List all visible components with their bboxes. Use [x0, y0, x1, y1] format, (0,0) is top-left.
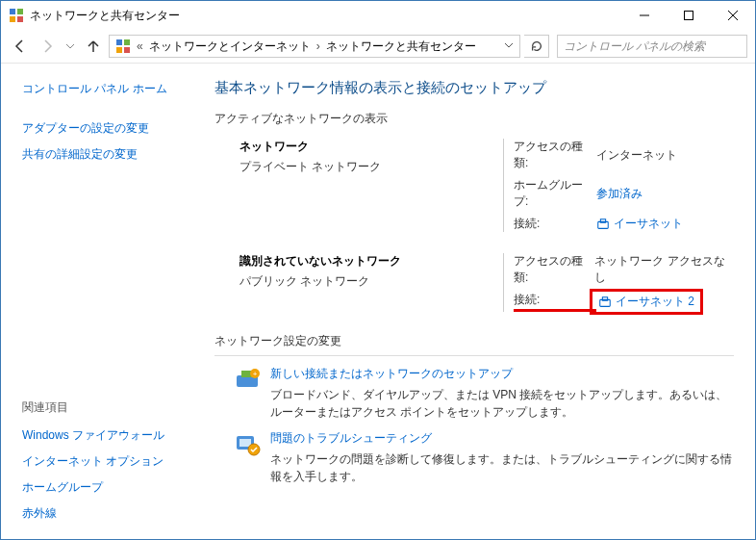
svg-rect-9: [124, 39, 130, 45]
net2-type: パブリック ネットワーク: [239, 273, 503, 290]
window-buttons: [622, 1, 755, 30]
net1-connection-label: 接続:: [514, 216, 596, 232]
svg-text:+: +: [253, 370, 258, 378]
net1-homegroup-label: ホームグループ:: [514, 177, 596, 210]
close-button[interactable]: [711, 1, 755, 29]
crumb-network-sharing[interactable]: ネットワークと共有センター: [322, 36, 480, 57]
svg-rect-15: [602, 296, 607, 300]
svg-rect-0: [10, 9, 15, 14]
back-button[interactable]: [9, 35, 32, 58]
network-block-2: 識別されていないネットワーク パブリック ネットワーク アクセスの種類: ネット…: [239, 253, 734, 312]
net1-access-label: アクセスの種類:: [514, 139, 596, 171]
window-title: ネットワークと共有センター: [30, 8, 622, 24]
chevron-right-icon: ›: [315, 39, 322, 53]
svg-rect-1: [17, 9, 23, 14]
related-firewall[interactable]: Windows ファイアウォール: [22, 427, 193, 444]
net1-connection-name: イーサネット: [614, 216, 683, 232]
sidebar: コントロール パネル ホーム アダプターの設定の変更 共有の詳細設定の変更 関連…: [1, 64, 193, 539]
minimize-button[interactable]: [622, 1, 667, 29]
page-title: 基本ネットワーク情報の表示と接続のセットアップ: [214, 79, 734, 97]
active-networks-heading: アクティブなネットワークの表示: [214, 111, 734, 127]
new-connection-desc: ブロードバンド、ダイヤルアップ、または VPN 接続をセットアップします。あるい…: [270, 386, 734, 421]
ethernet-icon: [596, 218, 610, 231]
network-block-1: ネットワーク プライベート ネットワーク アクセスの種類: インターネット ホー…: [239, 139, 734, 232]
svg-rect-2: [10, 16, 15, 22]
net2-name: 識別されていないネットワーク: [239, 253, 503, 270]
net1-access-value: インターネット: [596, 147, 677, 164]
troubleshoot-desc: ネットワークの問題を診断して修復します。または、トラブルシューティングに関する情…: [270, 450, 734, 485]
crumb-network-internet[interactable]: ネットワークとインターネット: [145, 36, 315, 57]
svg-rect-8: [116, 39, 122, 45]
net2-connection-label: 接続:: [514, 292, 596, 312]
up-button[interactable]: [82, 35, 105, 58]
new-connection-link[interactable]: 新しい接続またはネットワークのセットアップ: [270, 366, 734, 382]
app-icon: [9, 8, 24, 23]
title-bar: ネットワークと共有センター: [1, 1, 755, 30]
sidebar-sharing-settings[interactable]: 共有の詳細設定の変更: [22, 146, 193, 163]
troubleshoot-link[interactable]: 問題のトラブルシューティング: [270, 430, 734, 447]
troubleshoot-icon: [234, 430, 261, 457]
net1-type: プライベート ネットワーク: [239, 159, 503, 175]
recent-dropdown[interactable]: [63, 35, 78, 58]
net1-connection-link[interactable]: イーサネット: [596, 216, 683, 232]
related-infrared[interactable]: 赤外線: [22, 505, 193, 522]
forward-button[interactable]: [36, 35, 59, 58]
net1-name: ネットワーク: [239, 139, 503, 155]
content-pane: 基本ネットワーク情報の表示と接続のセットアップ アクティブなネットワークの表示 …: [193, 64, 755, 539]
breadcrumb[interactable]: « ネットワークとインターネット › ネットワークと共有センター: [109, 35, 520, 58]
refresh-button[interactable]: [524, 35, 549, 58]
net2-connection-name: イーサネット 2: [616, 294, 694, 310]
sidebar-adapter-settings[interactable]: アダプターの設定の変更: [22, 120, 193, 137]
svg-rect-11: [124, 47, 130, 53]
svg-rect-13: [600, 219, 605, 222]
option-new-connection: + 新しい接続またはネットワークのセットアップ ブロードバンド、ダイヤルアップ、…: [234, 366, 734, 421]
crumb-overflow[interactable]: «: [135, 39, 145, 53]
maximize-button[interactable]: [667, 1, 711, 29]
option-troubleshoot: 問題のトラブルシューティング ネットワークの問題を診断して修復します。または、ト…: [234, 430, 734, 485]
net2-access-label: アクセスの種類:: [514, 253, 594, 286]
net2-access-value: ネットワーク アクセスなし: [594, 253, 734, 286]
net2-connection-link[interactable]: イーサネット 2: [592, 292, 700, 312]
svg-rect-10: [116, 47, 122, 53]
address-bar: « ネットワークとインターネット › ネットワークと共有センター コントロール …: [1, 30, 755, 63]
breadcrumb-dropdown[interactable]: [500, 40, 517, 52]
new-connection-icon: +: [234, 366, 261, 393]
svg-rect-5: [685, 11, 693, 19]
control-panel-icon: [115, 39, 131, 54]
change-settings-heading: ネットワーク設定の変更: [214, 333, 734, 356]
sidebar-home[interactable]: コントロール パネル ホーム: [22, 81, 193, 97]
net1-homegroup-link[interactable]: 参加済み: [596, 186, 643, 202]
related-internet-options[interactable]: インターネット オプション: [22, 453, 193, 470]
related-heading: 関連項目: [22, 399, 193, 416]
svg-rect-3: [17, 16, 23, 22]
ethernet-icon: [598, 296, 612, 309]
search-input[interactable]: コントロール パネルの検索: [557, 35, 747, 58]
related-homegroup[interactable]: ホームグループ: [22, 479, 193, 496]
